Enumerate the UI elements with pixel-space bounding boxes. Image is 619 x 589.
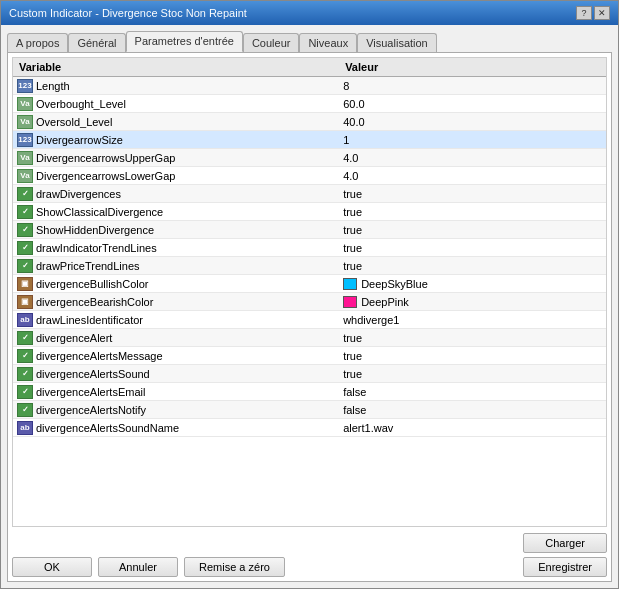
tab-apropos[interactable]: A propos: [7, 33, 68, 52]
var-cell: ✓divergenceAlertsNotify: [17, 403, 335, 417]
table-row[interactable]: abdivergenceAlertsSoundNamealert1.wav: [13, 419, 606, 437]
param-value: true: [339, 347, 606, 365]
param-name: drawIndicatorTrendLines: [36, 242, 157, 254]
param-name: divergenceAlertsMessage: [36, 350, 163, 362]
table-row[interactable]: ✓ShowHiddenDivergencetrue: [13, 221, 606, 239]
param-value: true: [339, 257, 606, 275]
table-row[interactable]: ✓divergenceAlertsEmailfalse: [13, 383, 606, 401]
var-cell: ✓drawIndicatorTrendLines: [17, 241, 335, 255]
var-cell: ✓drawPriceTrendLines: [17, 259, 335, 273]
ok-button[interactable]: OK: [12, 557, 92, 577]
param-name: ShowClassicalDivergence: [36, 206, 163, 218]
param-name: Oversold_Level: [36, 116, 112, 128]
tab-couleur[interactable]: Couleur: [243, 33, 300, 52]
bool-icon: ✓: [17, 367, 33, 381]
var-cell: 123DivergearrowSize: [17, 133, 335, 147]
param-value: alert1.wav: [339, 419, 606, 437]
param-name: DivergencearrowsUpperGap: [36, 152, 175, 164]
table-row[interactable]: ✓drawPriceTrendLinestrue: [13, 257, 606, 275]
charger-button[interactable]: Charger: [523, 533, 607, 553]
val-icon: Va: [17, 97, 33, 111]
bool-icon: ✓: [17, 223, 33, 237]
param-name: Length: [36, 80, 70, 92]
bool-icon: ✓: [17, 187, 33, 201]
int-icon: 123: [17, 79, 33, 93]
bool-icon: ✓: [17, 331, 33, 345]
val-icon: Va: [17, 169, 33, 183]
help-button[interactable]: ?: [576, 6, 592, 20]
table-row[interactable]: ✓divergenceAlertsSoundtrue: [13, 365, 606, 383]
param-name: drawDivergences: [36, 188, 121, 200]
var-cell: 123Length: [17, 79, 335, 93]
table-row[interactable]: ▣divergenceBearishColorDeepPink: [13, 293, 606, 311]
var-cell: VaDivergencearrowsLowerGap: [17, 169, 335, 183]
param-name: DivergearrowSize: [36, 134, 123, 146]
main-window: Custom Indicator - Divergence Stoc Non R…: [0, 0, 619, 589]
int-icon: 123: [17, 133, 33, 147]
var-cell: abdrawLinesIdentificator: [17, 313, 335, 327]
param-value: 60.0: [339, 95, 606, 113]
col-header-valeur: Valeur: [339, 58, 606, 77]
bottom-section: OK Annuler Remise a zéro Charger Enregis…: [12, 533, 607, 577]
table-row[interactable]: VaOversold_Level40.0: [13, 113, 606, 131]
tab-visualisation[interactable]: Visualisation: [357, 33, 437, 52]
param-name: divergenceAlertsSound: [36, 368, 150, 380]
param-value: true: [339, 203, 606, 221]
table-row[interactable]: abdrawLinesIdentificatorwhdiverge1: [13, 311, 606, 329]
right-buttons: Charger Enregistrer: [523, 533, 607, 577]
title-bar-buttons: ? ✕: [576, 6, 610, 20]
bool-icon: ✓: [17, 241, 33, 255]
table-row[interactable]: ✓divergenceAlerttrue: [13, 329, 606, 347]
table-row[interactable]: VaDivergencearrowsUpperGap4.0: [13, 149, 606, 167]
color-icon: ▣: [17, 277, 33, 291]
table-row[interactable]: ✓drawDivergencestrue: [13, 185, 606, 203]
tab-params[interactable]: Parametres d'entrée: [126, 31, 243, 52]
table-row[interactable]: ✓ShowClassicalDivergencetrue: [13, 203, 606, 221]
param-value: false: [339, 401, 606, 419]
table-row[interactable]: ▣divergenceBullishColorDeepSkyBlue: [13, 275, 606, 293]
main-panel: Variable Valeur 123Length8VaOverbought_L…: [7, 52, 612, 582]
bool-icon: ✓: [17, 259, 33, 273]
remise-button[interactable]: Remise a zéro: [184, 557, 285, 577]
param-name: divergenceBearishColor: [36, 296, 153, 308]
param-value: true: [339, 329, 606, 347]
var-cell: ✓ShowClassicalDivergence: [17, 205, 335, 219]
param-name: divergenceBullishColor: [36, 278, 149, 290]
col-header-variable: Variable: [13, 58, 339, 77]
var-cell: ✓divergenceAlertsSound: [17, 367, 335, 381]
bool-icon: ✓: [17, 403, 33, 417]
val-icon: Va: [17, 115, 33, 129]
param-value: true: [339, 365, 606, 383]
color-swatch: [343, 278, 357, 290]
annuler-button[interactable]: Annuler: [98, 557, 178, 577]
param-value: DeepPink: [339, 293, 606, 311]
val-icon: Va: [17, 151, 33, 165]
bottom-buttons: OK Annuler Remise a zéro: [12, 557, 285, 577]
table-row[interactable]: 123DivergearrowSize1: [13, 131, 606, 149]
table-row[interactable]: VaDivergencearrowsLowerGap4.0: [13, 167, 606, 185]
table-row[interactable]: ✓divergenceAlertsMessagetrue: [13, 347, 606, 365]
param-name: divergenceAlertsSoundName: [36, 422, 179, 434]
var-cell: ✓divergenceAlertsEmail: [17, 385, 335, 399]
param-value: true: [339, 221, 606, 239]
close-button[interactable]: ✕: [594, 6, 610, 20]
param-value: DeepSkyBlue: [339, 275, 606, 293]
title-bar: Custom Indicator - Divergence Stoc Non R…: [1, 1, 618, 25]
param-value: 40.0: [339, 113, 606, 131]
params-table-container: Variable Valeur 123Length8VaOverbought_L…: [12, 57, 607, 527]
table-row[interactable]: ✓divergenceAlertsNotifyfalse: [13, 401, 606, 419]
param-value: 4.0: [339, 149, 606, 167]
table-row[interactable]: VaOverbought_Level60.0: [13, 95, 606, 113]
enregistrer-button[interactable]: Enregistrer: [523, 557, 607, 577]
var-cell: ✓drawDivergences: [17, 187, 335, 201]
param-value: whdiverge1: [339, 311, 606, 329]
table-row[interactable]: ✓drawIndicatorTrendLinestrue: [13, 239, 606, 257]
table-row[interactable]: 123Length8: [13, 77, 606, 95]
color-value-label: DeepSkyBlue: [361, 278, 428, 290]
param-name: ShowHiddenDivergence: [36, 224, 154, 236]
param-value: 4.0: [339, 167, 606, 185]
tab-general[interactable]: Général: [68, 33, 125, 52]
param-name: DivergencearrowsLowerGap: [36, 170, 175, 182]
color-swatch: [343, 296, 357, 308]
tab-niveaux[interactable]: Niveaux: [299, 33, 357, 52]
